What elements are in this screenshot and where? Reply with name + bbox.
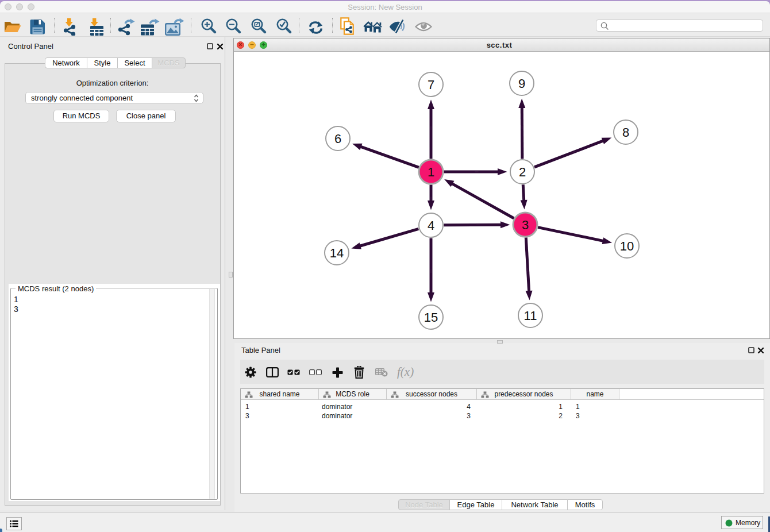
svg-text:4: 4	[428, 218, 434, 233]
svg-text:11: 11	[524, 309, 537, 323]
svg-text:14: 14	[330, 246, 344, 260]
svg-text:15: 15	[424, 310, 438, 325]
svg-text:9: 9	[518, 76, 525, 91]
svg-text:1: 1	[428, 165, 434, 179]
svg-text:2: 2	[519, 165, 526, 179]
svg-text:3: 3	[522, 218, 529, 232]
svg-text:8: 8	[622, 125, 629, 140]
svg-text:10: 10	[620, 239, 634, 253]
svg-text:7: 7	[428, 78, 434, 92]
svg-text:6: 6	[334, 132, 341, 146]
